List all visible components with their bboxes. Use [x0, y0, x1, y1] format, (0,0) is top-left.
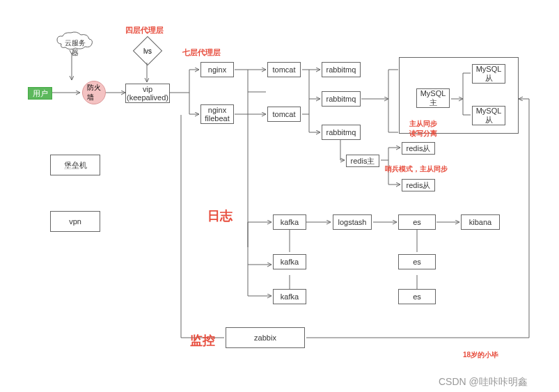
mysql-slave2-node: MySQL 从 — [472, 106, 505, 125]
mysql-slave2-label: MySQL 从 — [476, 107, 502, 125]
firewall-label: 防火 墙 — [87, 83, 101, 102]
zabbix-label: zabbix — [254, 334, 276, 342]
vpn-label: vpn — [69, 217, 81, 226]
rabbitmq3-label: rabbitmq — [326, 128, 356, 136]
rabbitmq1-label: rabbitmq — [326, 65, 356, 74]
kafka3-label: kafka — [281, 292, 299, 301]
vpn-node: vpn — [50, 211, 100, 232]
kibana-label: kibana — [469, 218, 491, 226]
mysql-sync-label: 主从同步 读写分离 — [409, 111, 437, 139]
rabbitmq2-node: rabbitmq — [322, 91, 361, 107]
logstash-node: logstash — [333, 214, 372, 230]
nginx-label: nginx — [208, 65, 226, 74]
tomcat1-node: tomcat — [267, 62, 301, 77]
vip-label: vip (keepalived) — [127, 85, 168, 102]
rabbitmq3-node: rabbitmq — [322, 125, 361, 140]
cloud-server-node: 云服务 器 — [61, 38, 89, 58]
lvs-node: lvs — [134, 37, 162, 65]
l4-proxy-label: 四层代理层 — [125, 25, 164, 36]
redis-slave1-node: redis从 — [402, 142, 435, 155]
zabbix-node: zabbix — [226, 327, 305, 348]
bastion-label: 堡垒机 — [64, 160, 87, 171]
kafka1-label: kafka — [281, 218, 299, 226]
l7-proxy-label: 七层代理层 — [182, 47, 221, 58]
author-label: 18岁的小毕 — [463, 350, 498, 360]
es3-label: es — [413, 292, 421, 301]
redis-master-node: redis主 — [346, 155, 379, 167]
kafka2-label: kafka — [281, 258, 299, 266]
kafka2-node: kafka — [273, 254, 306, 269]
rabbitmq2-label: rabbitmq — [326, 95, 356, 103]
tomcat2-node: tomcat — [267, 107, 301, 122]
nginx-filebeat-node: nginx filebeat — [200, 104, 234, 124]
lvs-label: lvs — [143, 47, 152, 55]
redis-slave2-node: redis从 — [402, 179, 435, 191]
kafka1-node: kafka — [273, 214, 306, 230]
kafka3-node: kafka — [273, 289, 306, 304]
es1-node: es — [398, 214, 436, 230]
rabbitmq1-node: rabbitmq — [322, 62, 361, 77]
redis-master-label: redis主 — [351, 156, 375, 166]
bastion-node: 堡垒机 — [50, 155, 100, 175]
tomcat2-label: tomcat — [272, 110, 295, 118]
sentinel-label: 哨兵模式，主从同步 — [385, 164, 448, 174]
es2-node: es — [398, 254, 436, 269]
mysql-slave1-node: MySQL 从 — [472, 64, 505, 84]
user-label: 用户 — [33, 88, 48, 99]
redis-slave2-label: redis从 — [407, 180, 431, 191]
nginx-node: nginx — [200, 62, 234, 77]
logstash-label: logstash — [338, 218, 367, 226]
kibana-node: kibana — [461, 214, 500, 230]
user-node: 用户 — [28, 87, 52, 100]
mysql-master-node: MySQL 主 — [416, 88, 450, 108]
mysql-master-label: MySQL 主 — [420, 89, 446, 108]
csdn-watermark: CSDN @哇咔咔明鑫 — [439, 376, 528, 389]
log-section-label: 日志 — [207, 207, 233, 224]
es3-node: es — [398, 289, 436, 304]
monitor-section-label: 监控 — [190, 332, 215, 349]
firewall-node: 防火 墙 — [82, 81, 106, 104]
vip-node: vip (keepalived) — [125, 84, 170, 103]
mysql-slave1-label: MySQL 从 — [476, 65, 502, 84]
es2-label: es — [413, 258, 421, 266]
tomcat1-label: tomcat — [272, 65, 295, 74]
es1-label: es — [413, 218, 421, 226]
redis-slave1-label: redis从 — [407, 143, 431, 154]
nginx-filebeat-label: nginx filebeat — [205, 106, 229, 123]
